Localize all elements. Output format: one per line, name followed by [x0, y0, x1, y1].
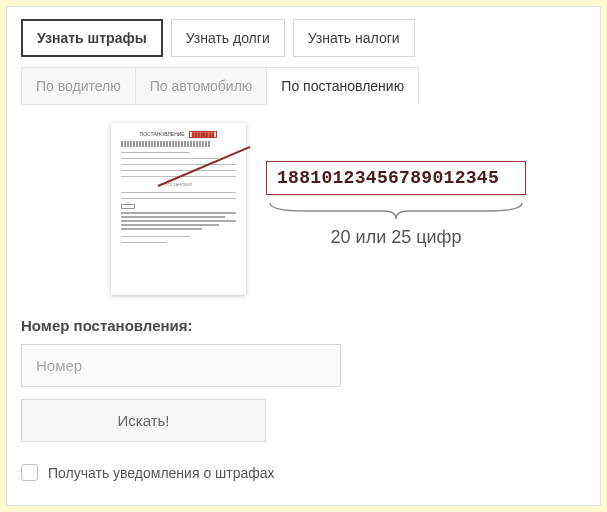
- subtab-by-driver[interactable]: По водителю: [21, 67, 136, 105]
- brace-icon: [266, 201, 526, 221]
- main-panel: Узнать штрафы Узнать долги Узнать налоги…: [6, 6, 601, 506]
- tab-debts[interactable]: Узнать долги: [171, 19, 285, 57]
- example-callout: 18810123456789012345 20 или 25 цифр: [266, 123, 526, 248]
- top-tabs: Узнать штрафы Узнать долги Узнать налоги: [21, 19, 586, 57]
- search-button[interactable]: Искать!: [21, 399, 266, 442]
- document-thumbnail: ПОСТАНОВЛЕНИЕ ████████ ПОСТАНОВИЛ: [111, 123, 246, 295]
- tab-taxes[interactable]: Узнать налоги: [293, 19, 415, 57]
- notifications-label: Получать уведомления о штрафах: [48, 465, 275, 481]
- sub-tabs: По водителю По автомобилю По постановлен…: [21, 67, 586, 105]
- notifications-checkbox[interactable]: [21, 464, 38, 481]
- tab-fines[interactable]: Узнать штрафы: [21, 19, 163, 57]
- order-number-input[interactable]: [21, 344, 341, 387]
- example-caption: 20 или 25 цифр: [266, 227, 526, 248]
- subtab-by-car[interactable]: По автомобилю: [135, 67, 268, 105]
- notifications-row[interactable]: Получать уведомления о штрафах: [21, 464, 586, 481]
- example-illustration: ПОСТАНОВЛЕНИЕ ████████ ПОСТАНОВИЛ 188101…: [111, 123, 586, 295]
- example-number: 18810123456789012345: [266, 161, 526, 195]
- subtab-by-order[interactable]: По постановлению: [266, 67, 419, 105]
- order-number-label: Номер постановления:: [21, 317, 586, 334]
